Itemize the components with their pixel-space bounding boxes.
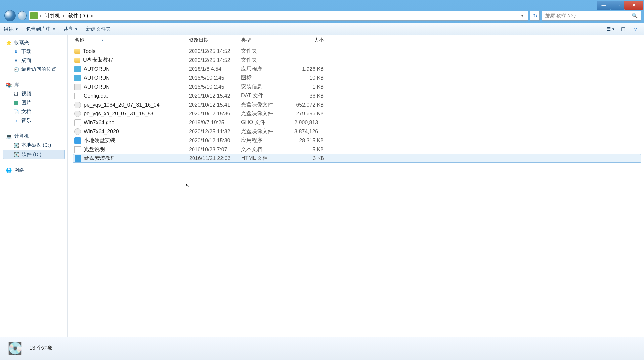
file-row[interactable]: 本地硬盘安装2020/10/12 15:30应用程序28,315 KB bbox=[68, 136, 644, 145]
organize-menu[interactable]: 组织 ▼ bbox=[4, 26, 18, 32]
computer-icon: 💻 bbox=[6, 133, 12, 139]
column-headers: 名称 ▲ 修改日期 类型 大小 bbox=[68, 35, 644, 45]
file-name: 本地硬盘安装 bbox=[84, 137, 115, 144]
video-icon: 🎞 bbox=[13, 91, 19, 97]
file-row[interactable]: Tools2020/12/25 14:52文件夹 bbox=[68, 47, 644, 56]
chevron-right-icon: ▸ bbox=[90, 13, 95, 18]
help-button[interactable]: ? bbox=[631, 25, 640, 33]
refresh-button[interactable]: ↻ bbox=[530, 11, 540, 21]
sidebar-item-music[interactable]: ♪ 音乐 bbox=[2, 116, 66, 125]
sidebar-item-recent[interactable]: 🕘 最近访问的位置 bbox=[2, 65, 66, 74]
sidebar-item-label: 最近访问的位置 bbox=[21, 66, 56, 72]
back-button[interactable]: ← bbox=[4, 10, 16, 21]
sidebar-item-videos[interactable]: 🎞 视频 bbox=[2, 89, 66, 98]
file-type: GHO 文件 bbox=[241, 119, 293, 126]
sidebar-item-label: 图片 bbox=[21, 100, 31, 106]
file-date: 2016/10/23 7:07 bbox=[189, 147, 241, 153]
favorites-header[interactable]: ⭐ 收藏夹 bbox=[2, 38, 66, 47]
sidebar-item-drive-c[interactable]: 💽 本地磁盘 (C:) bbox=[2, 141, 66, 150]
downloads-icon: ⬇ bbox=[13, 49, 19, 55]
file-rows: Tools2020/12/25 14:52文件夹U盘安装教程2020/12/25… bbox=[68, 45, 644, 337]
star-icon: ⭐ bbox=[6, 40, 12, 46]
file-type: 应用程序 bbox=[241, 137, 293, 144]
sidebar-item-drive-d[interactable]: 💽 软件 (D:) bbox=[3, 150, 65, 159]
libraries-header[interactable]: 📚 库 bbox=[2, 80, 66, 89]
status-bar: 💽 13 个对象 bbox=[0, 337, 644, 360]
file-size: 3,874,126 ... bbox=[293, 129, 326, 135]
file-name: pe_yqs_xp_20_07_31_15_53 bbox=[84, 111, 153, 117]
file-type: 光盘映像文件 bbox=[241, 128, 293, 135]
file-icon bbox=[74, 93, 81, 99]
column-type[interactable]: 类型 bbox=[241, 37, 293, 43]
chevron-down-icon: ▼ bbox=[75, 27, 78, 31]
address-bar[interactable]: ▸ 计算机 ▸ 软件 (D:) ▸ ▾ bbox=[29, 11, 528, 21]
file-size: 3 KB bbox=[294, 156, 327, 161]
file-row[interactable]: AUTORUN2015/5/10 2:45图标10 KB bbox=[68, 73, 644, 82]
file-row[interactable]: Config.dat2020/10/12 15:42DAT 文件36 KB bbox=[68, 91, 644, 100]
maximize-button[interactable]: ▭ bbox=[611, 1, 624, 10]
file-name: Win7x64.gho bbox=[84, 120, 114, 126]
toolbar: 组织 ▼ 包含到库中 ▼ 共享 ▼ 新建文件夹 ☰ ▼ ◫ ? bbox=[0, 23, 644, 35]
preview-pane-button[interactable]: ◫ bbox=[619, 25, 628, 33]
sidebar-item-label: 软件 (D:) bbox=[22, 151, 41, 158]
share-menu[interactable]: 共享 ▼ bbox=[64, 26, 78, 32]
file-type: 光盘映像文件 bbox=[241, 110, 293, 117]
column-date[interactable]: 修改日期 bbox=[189, 37, 241, 43]
chevron-right-icon: ▸ bbox=[38, 13, 43, 18]
file-row[interactable]: AUTORUN2015/5/10 2:45安装信息1 KB bbox=[68, 82, 644, 91]
sidebar-item-documents[interactable]: 📄 文档 bbox=[2, 107, 66, 116]
file-type: 光盘映像文件 bbox=[241, 101, 293, 108]
address-dropdown-icon[interactable]: ▾ bbox=[518, 14, 526, 18]
new-folder-label: 新建文件夹 bbox=[86, 26, 111, 32]
file-size: 279,696 KB bbox=[293, 111, 326, 117]
share-label: 共享 bbox=[64, 26, 73, 32]
sidebar-item-downloads[interactable]: ⬇ 下载 bbox=[2, 47, 66, 56]
file-date: 2020/12/25 14:52 bbox=[189, 57, 241, 63]
close-button[interactable]: ✕ bbox=[624, 1, 643, 10]
iso-icon bbox=[74, 111, 81, 117]
file-icon bbox=[74, 119, 81, 126]
file-type: 应用程序 bbox=[241, 66, 293, 72]
chevron-right-icon: ▸ bbox=[62, 13, 66, 18]
breadcrumb-computer[interactable]: 计算机 bbox=[43, 13, 62, 19]
file-row[interactable]: AUTORUN2016/1/8 4:54应用程序1,926 KB bbox=[68, 65, 644, 73]
view-menu-button[interactable]: ☰ ▼ bbox=[606, 25, 615, 33]
file-name: Config.dat bbox=[84, 93, 108, 99]
file-type: 文件夹 bbox=[241, 57, 293, 64]
file-name: pe_yqs_1064_20_07_31_16_04 bbox=[84, 102, 160, 108]
minimize-button[interactable]: — bbox=[597, 1, 611, 10]
file-date: 2015/5/10 2:45 bbox=[189, 84, 241, 90]
column-name[interactable]: 名称 ▲ bbox=[74, 37, 189, 43]
help-icon: ? bbox=[634, 26, 637, 32]
computer-title: 计算机 bbox=[14, 133, 29, 139]
iso-icon bbox=[74, 128, 81, 135]
include-library-menu[interactable]: 包含到库中 ▼ bbox=[26, 26, 56, 32]
search-input[interactable]: 搜索 软件 (D:) 🔍 bbox=[542, 11, 641, 21]
folder-icon bbox=[74, 49, 80, 54]
body-area: ⭐ 收藏夹 ⬇ 下载 🖥 桌面 🕘 最近访问的位置 📚 bbox=[0, 35, 644, 337]
sort-ascending-icon: ▲ bbox=[101, 39, 104, 42]
file-row[interactable]: pe_yqs_1064_20_07_31_16_042020/10/12 15:… bbox=[68, 100, 644, 109]
file-size: 1 KB bbox=[293, 84, 326, 90]
new-folder-button[interactable]: 新建文件夹 bbox=[86, 26, 111, 32]
chevron-down-icon: ▼ bbox=[15, 27, 18, 31]
file-row[interactable]: 光盘说明2016/10/23 7:07文本文档5 KB bbox=[68, 145, 644, 154]
file-row[interactable]: pe_yqs_xp_20_07_31_15_532020/10/12 15:36… bbox=[68, 109, 644, 118]
organize-label: 组织 bbox=[4, 26, 14, 32]
status-text: 13 个对象 bbox=[29, 345, 53, 352]
column-size[interactable]: 大小 bbox=[293, 37, 326, 43]
network-header[interactable]: 🌐 网络 bbox=[2, 166, 66, 175]
sidebar-item-pictures[interactable]: 🖼 图片 bbox=[2, 98, 66, 107]
file-date: 2020/10/12 15:42 bbox=[189, 93, 241, 99]
computer-header[interactable]: 💻 计算机 bbox=[2, 132, 66, 141]
file-row[interactable]: Win7x64_20202020/12/25 11:32光盘映像文件3,874,… bbox=[68, 127, 644, 136]
sidebar-item-label: 本地磁盘 (C:) bbox=[21, 142, 51, 148]
network-icon: 🌐 bbox=[6, 167, 12, 173]
file-row[interactable]: Win7x64.gho2019/9/7 19:25GHO 文件2,900,813… bbox=[68, 118, 644, 127]
file-date: 2020/12/25 14:52 bbox=[189, 48, 241, 54]
forward-button[interactable]: → bbox=[18, 11, 27, 20]
file-row[interactable]: 硬盘安装教程2016/11/21 22:03HTML 文档3 KB bbox=[73, 154, 641, 163]
sidebar-item-desktop[interactable]: 🖥 桌面 bbox=[2, 56, 66, 65]
breadcrumb-drive[interactable]: 软件 (D:) bbox=[66, 13, 90, 19]
file-row[interactable]: U盘安装教程2020/12/25 14:52文件夹 bbox=[68, 56, 644, 65]
